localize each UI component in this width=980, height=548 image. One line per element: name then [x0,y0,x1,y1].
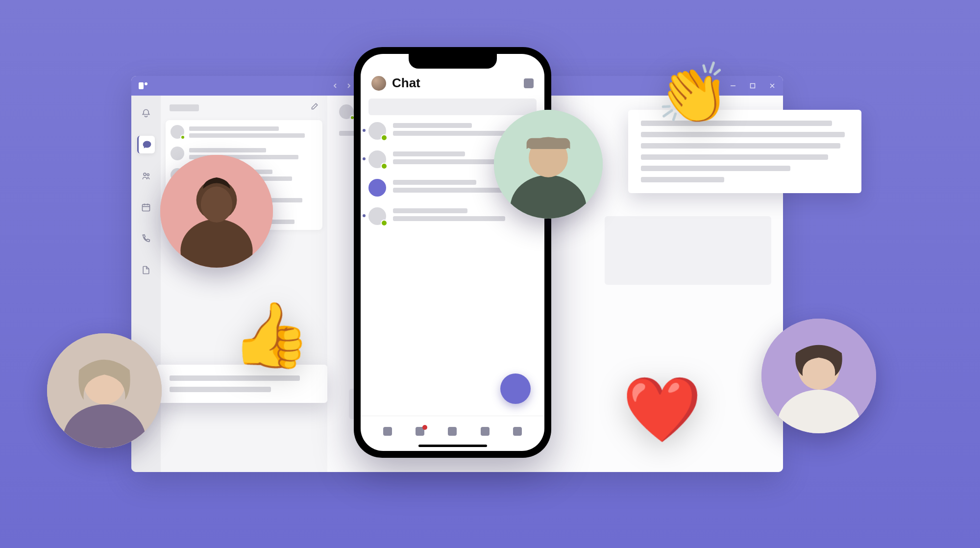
search-input[interactable] [368,99,537,115]
svg-point-7 [147,174,149,175]
maximize-icon[interactable] [748,81,758,91]
presence-available-icon [381,220,388,226]
avatar-person-3 [47,333,162,448]
chat-list-item[interactable] [171,125,318,139]
unread-indicator-icon [363,214,366,217]
compose-button[interactable] [500,374,531,404]
presence-available-icon [180,135,185,140]
avatar-person-1 [160,155,273,268]
avatar-person-2 [494,110,603,219]
clap-icon: 👏 [657,64,730,123]
tab-chat-icon[interactable] [416,427,424,436]
chat-list-item[interactable] [368,207,537,225]
rail-calendar-icon[interactable] [137,199,155,216]
nav-forward-icon[interactable] [343,80,354,91]
heart-icon: ❤️ [622,377,702,441]
chat-list-item[interactable] [171,147,318,160]
unread-indicator-icon [363,157,366,160]
phone-notch [409,54,497,69]
unread-indicator-icon [363,129,366,132]
avatar [368,207,386,225]
notification-badge-icon [422,425,427,430]
rail-teams-icon[interactable] [137,167,155,185]
tab-calendar-icon[interactable] [481,427,490,436]
tab-more-icon[interactable] [513,427,522,436]
teams-logo-icon [137,80,149,92]
sidebar-title-placeholder [170,104,199,111]
presence-available-icon [381,163,388,170]
tab-teams-icon[interactable] [448,427,457,436]
rail-chat-icon[interactable] [137,136,155,153]
thumbs-up-icon: 👍 [231,303,311,367]
avatar [339,104,354,119]
svg-point-1 [145,82,147,85]
svg-point-12 [201,186,232,223]
avatar-person-4 [761,319,876,433]
rail-files-icon[interactable] [137,261,155,279]
svg-rect-5 [751,84,755,88]
rail-activity-icon[interactable] [137,104,155,122]
chat-sidebar [161,96,327,472]
nav-back-icon[interactable] [330,80,341,91]
phone-frame: Chat [354,47,551,458]
svg-rect-0 [139,82,144,89]
phone-screen: Chat [361,54,544,451]
avatar [368,179,386,197]
close-icon[interactable] [767,81,777,91]
rail-calls-icon[interactable] [137,230,155,248]
compose-icon[interactable] [310,102,318,113]
avatar [171,147,184,160]
avatar [368,150,386,168]
avatar [368,122,386,140]
svg-rect-8 [143,204,150,211]
home-indicator[interactable] [418,445,487,447]
phone-menu-icon[interactable] [524,78,534,88]
message-block [605,216,771,285]
phone-title: Chat [392,75,420,91]
svg-point-6 [144,173,146,175]
profile-avatar[interactable] [371,76,386,91]
tab-activity-icon[interactable] [383,427,392,436]
svg-rect-16 [527,138,570,149]
avatar [171,125,184,139]
presence-available-icon [381,134,388,141]
